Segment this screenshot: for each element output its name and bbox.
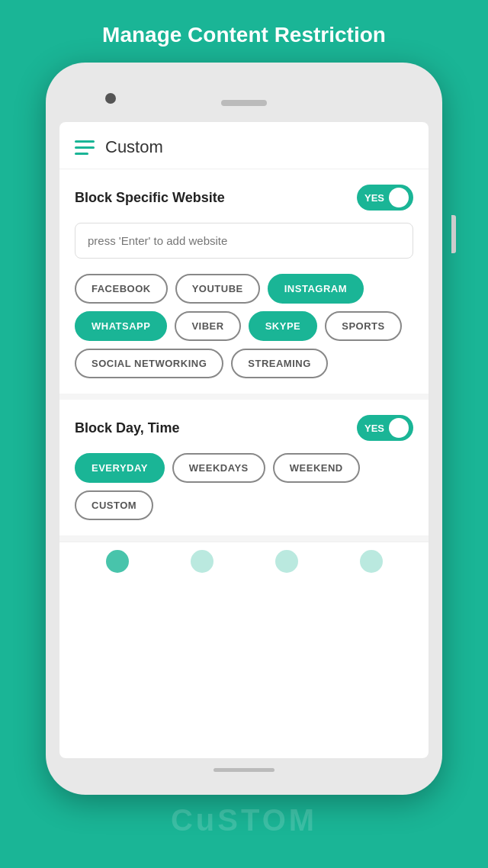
app-header-title: Custom <box>105 137 163 157</box>
phone-side-button <box>451 215 456 253</box>
phone-bottom <box>214 758 274 781</box>
block-time-title: Block Day, Time <box>75 420 179 436</box>
phone-screen: Custom Block Specific Website YES FACEBO… <box>59 122 429 758</box>
block-website-section: Block Specific Website YES FACEBOOKYOUTU… <box>59 169 429 400</box>
phone-speaker <box>221 100 267 106</box>
page-title-bar: Manage Content Restriction <box>0 0 488 63</box>
phone-top <box>59 76 429 122</box>
home-indicator <box>214 768 274 772</box>
time-tags: EVERYDAYWEEKDAYSWEEKENDCUSTOM <box>75 453 413 520</box>
block-time-section: Block Day, Time YES EVERYDAYWEEKDAYSWEEK… <box>59 400 429 542</box>
tag-instagram[interactable]: INSTAGRAM <box>268 274 364 304</box>
website-search-input[interactable] <box>75 223 413 259</box>
nav-dot-2[interactable] <box>191 550 214 573</box>
website-tags: FACEBOOKYOUTUBEINSTAGRAMWHATSAPPVIBERSKY… <box>75 274 413 378</box>
tag-viber[interactable]: VIBER <box>175 311 240 341</box>
tag-sports[interactable]: SPORTS <box>325 311 401 341</box>
phone-frame: Custom Block Specific Website YES FACEBO… <box>46 63 442 795</box>
block-website-title: Block Specific Website <box>75 190 225 206</box>
bottom-nav <box>59 542 429 580</box>
block-website-toggle-label: YES <box>364 192 384 204</box>
block-time-toggle-label: YES <box>364 423 384 434</box>
tag-weekdays[interactable]: WEEKDAYS <box>172 453 265 483</box>
toggle-circle-2 <box>389 418 409 438</box>
tag-whatsapp[interactable]: WHATSAPP <box>75 311 167 341</box>
tag-everyday[interactable]: EVERYDAY <box>75 453 165 483</box>
tag-weekend[interactable]: WEEKEND <box>273 453 360 483</box>
tag-custom[interactable]: CUSTOM <box>75 490 153 520</box>
toggle-circle <box>389 188 409 207</box>
nav-dot-1[interactable] <box>106 550 129 573</box>
tag-facebook[interactable]: FACEBOOK <box>75 274 168 304</box>
hamburger-icon[interactable] <box>75 140 95 155</box>
phone-camera <box>105 93 116 104</box>
nav-dot-4[interactable] <box>360 550 383 573</box>
tag-streaming[interactable]: STREAMING <box>231 349 328 378</box>
app-header: Custom <box>59 122 429 169</box>
tag-youtube[interactable]: YOUTUBE <box>175 274 260 304</box>
nav-dot-3[interactable] <box>275 550 298 573</box>
custom-bottom-label: CuSTOM <box>171 803 317 837</box>
block-website-toggle[interactable]: YES <box>357 185 413 211</box>
tag-skype[interactable]: SKYPE <box>249 311 318 341</box>
block-time-toggle[interactable]: YES <box>357 415 413 441</box>
tag-social_networking[interactable]: SOCIAL NETWORKING <box>75 349 223 378</box>
